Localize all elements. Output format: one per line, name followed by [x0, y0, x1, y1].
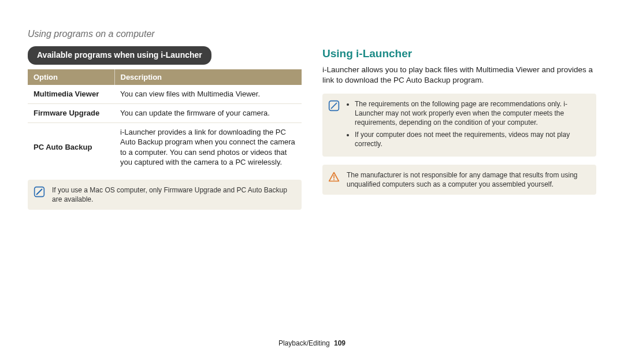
- cell-desc: You can update the firmware of your came…: [114, 103, 302, 122]
- info-icon: [328, 99, 341, 114]
- cell-option: PC Auto Backup: [28, 122, 114, 172]
- svg-point-3: [333, 179, 335, 180]
- th-option: Option: [28, 69, 114, 86]
- table-row: PC Auto Backup i-Launcher provides a lin…: [28, 122, 302, 172]
- page-number: 109: [334, 339, 346, 347]
- programs-table: Option Description Multimedia Viewer You…: [28, 69, 302, 172]
- cell-desc: You can view files with Multimedia Viewe…: [114, 85, 302, 103]
- th-description: Description: [114, 69, 302, 86]
- breadcrumb: Using programs on a computer: [28, 28, 155, 40]
- info-icon: [34, 185, 46, 200]
- warning-text: The manufacturer is not responsible for …: [347, 170, 589, 189]
- section-pill: Available programs when using i-Launcher: [28, 46, 211, 65]
- mac-note-text: If you use a Mac OS computer, only Firmw…: [52, 185, 295, 204]
- cell-option: Firmware Upgrade: [28, 103, 114, 122]
- cell-desc: i-Launcher provides a link for downloadi…: [114, 122, 302, 172]
- right-column: Using i-Launcher i-Launcher allows you t…: [322, 25, 596, 210]
- section-heading: Using i-Launcher: [322, 46, 596, 61]
- footer-section: Playback/Editing: [278, 339, 330, 347]
- requirements-note-callout: The requirements on the following page a…: [322, 94, 596, 157]
- table-row: Firmware Upgrade You can update the firm…: [28, 103, 302, 122]
- intro-paragraph: i-Launcher allows you to play back files…: [322, 65, 596, 86]
- left-column: Available programs when using i-Launcher…: [28, 25, 302, 210]
- cell-option: Multimedia Viewer: [28, 85, 114, 103]
- warning-callout: The manufacturer is not responsible for …: [322, 165, 596, 195]
- warning-icon: [328, 170, 341, 185]
- note-item: The requirements on the following page a…: [355, 99, 589, 128]
- note-list: The requirements on the following page a…: [347, 99, 589, 148]
- note-item: If your computer does not meet the requi…: [355, 130, 589, 148]
- table-row: Multimedia Viewer You can view files wit…: [28, 85, 302, 103]
- mac-note-callout: If you use a Mac OS computer, only Firmw…: [28, 180, 302, 210]
- page-footer: Playback/Editing 109: [0, 339, 624, 348]
